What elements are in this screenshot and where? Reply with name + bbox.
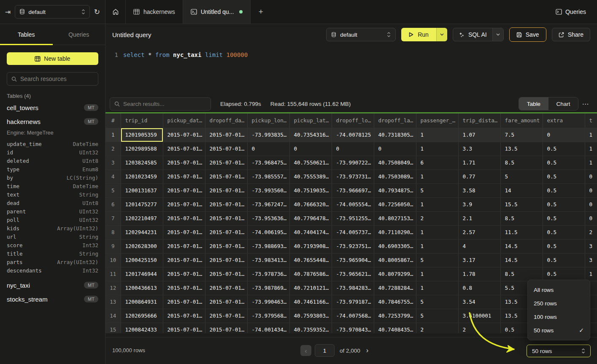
- table-cell[interactable]: 40.7404174…: [289, 225, 332, 239]
- table-cell[interactable]: 0.5: [543, 225, 585, 239]
- table-cell[interactable]: 2015-07-01…: [205, 225, 247, 239]
- table-cell[interactable]: 2: [458, 323, 500, 333]
- table-cell[interactable]: 40.7461166…: [289, 295, 332, 309]
- table-cell[interactable]: 2.1: [458, 211, 500, 225]
- table-cell[interactable]: -73.979187…: [332, 295, 374, 309]
- table-cell[interactable]: -74.0078125: [332, 128, 374, 142]
- table-cell[interactable]: 40.7359352…: [289, 323, 332, 333]
- header-database-selector[interactable]: default: [326, 28, 396, 41]
- table-cell[interactable]: 2015-07-01…: [205, 309, 247, 323]
- table-cell[interactable]: 14: [500, 183, 543, 197]
- queries-button[interactable]: Queries: [556, 0, 586, 24]
- table-cell[interactable]: 0: [585, 183, 597, 197]
- table-cell[interactable]: 40.7110290…: [374, 225, 416, 239]
- table-cell[interactable]: 5: [416, 309, 458, 323]
- page-size-menu-item[interactable]: All rows ✓: [528, 283, 590, 297]
- table-cell[interactable]: 40.7503089…: [374, 170, 416, 183]
- table-cell[interactable]: -73.923751…: [332, 239, 374, 253]
- table-cell[interactable]: 2.57: [458, 225, 500, 239]
- table-cell[interactable]: 1: [416, 142, 458, 156]
- table-cell[interactable]: 0.5: [543, 211, 585, 225]
- table-cell[interactable]: 1.07: [458, 128, 500, 142]
- table-cell[interactable]: 40.7846755…: [374, 295, 416, 309]
- table-cell[interactable]: 3.6100001: [458, 309, 500, 323]
- sidebar-item-stocks-stream[interactable]: stocks_stream MT: [7, 294, 98, 304]
- table-cell[interactable]: 40.7193908…: [289, 239, 332, 253]
- table-cell[interactable]: 40.7210121…: [289, 281, 332, 295]
- table-cell[interactable]: 1: [416, 267, 458, 281]
- column-header[interactable]: pickup_lon…: [247, 113, 289, 128]
- table-cell[interactable]: 40.7655448…: [289, 253, 332, 267]
- table-cell[interactable]: 2015-07-01…: [163, 128, 205, 142]
- page-size-menu-item[interactable]: 50 rows ✓: [528, 324, 590, 337]
- tab-hackernews[interactable]: hackernews: [126, 0, 183, 24]
- column-header[interactable]: pickup_dat…: [163, 113, 205, 128]
- search-resources-input[interactable]: [20, 75, 94, 82]
- sidebar-item-hackernews[interactable]: hackernews MT: [7, 117, 98, 126]
- table-cell[interactable]: -74.007568…: [332, 309, 374, 323]
- table-cell[interactable]: 2015-07-01…: [205, 253, 247, 267]
- previous-page-button[interactable]: ‹: [300, 345, 311, 356]
- page-size-menu-item[interactable]: 100 rows ✓: [528, 310, 590, 324]
- table-cell[interactable]: -73.978736…: [247, 267, 289, 281]
- page-number-input[interactable]: [315, 344, 335, 357]
- table-cell[interactable]: 5: [500, 170, 543, 183]
- sql-ai-options-button[interactable]: [492, 28, 503, 41]
- table-cell[interactable]: 1: [585, 156, 597, 170]
- new-table-button[interactable]: New table: [7, 52, 98, 65]
- table-cell[interactable]: -73.984283…: [332, 281, 374, 295]
- table-cell[interactable]: -73.987869…: [247, 281, 289, 295]
- table-cell[interactable]: 2015-07-01…: [205, 239, 247, 253]
- view-toggle-segment[interactable]: Chart: [548, 97, 578, 110]
- table-cell[interactable]: 40.7796478…: [289, 211, 332, 225]
- table-cell[interactable]: 0.77: [458, 170, 500, 183]
- table-cell[interactable]: 40.7555389…: [289, 170, 332, 183]
- table-cell[interactable]: -74.006195…: [247, 225, 289, 239]
- table-cell[interactable]: 2: [416, 211, 458, 225]
- table-cell[interactable]: 40.7508049…: [374, 156, 416, 170]
- table-cell[interactable]: 1: [416, 128, 458, 142]
- table-cell[interactable]: 2015-07-01…: [163, 281, 205, 295]
- table-cell[interactable]: 1203824585: [121, 156, 163, 170]
- table-cell[interactable]: 2015-07-01…: [163, 253, 205, 267]
- table-cell[interactable]: 3.58: [458, 183, 500, 197]
- table-cell[interactable]: 2015-07-01…: [163, 239, 205, 253]
- column-header[interactable]: dropoff_la…: [374, 113, 416, 128]
- table-cell[interactable]: 1202944231: [121, 225, 163, 239]
- table-cell[interactable]: 0: [289, 142, 332, 156]
- column-header[interactable]: passenger_…: [416, 113, 458, 128]
- table-cell[interactable]: 4: [458, 239, 500, 253]
- table-cell[interactable]: 8.5: [500, 211, 543, 225]
- table-cell[interactable]: 0.5: [543, 142, 585, 156]
- table-cell[interactable]: -73.983413…: [247, 253, 289, 267]
- column-header[interactable]: trip_id: [121, 113, 163, 128]
- table-cell[interactable]: 0.5: [543, 197, 585, 211]
- refresh-icon[interactable]: ↻: [94, 8, 100, 16]
- table-cell[interactable]: -73.970843…: [332, 323, 374, 333]
- table-cell[interactable]: 2015-07-01…: [163, 267, 205, 281]
- table-cell[interactable]: 14.5: [500, 253, 543, 267]
- table-cell[interactable]: 1202989588: [121, 142, 163, 156]
- table-cell[interactable]: 0: [374, 142, 416, 156]
- table-cell[interactable]: 1200842433: [121, 323, 163, 333]
- table-cell[interactable]: -73.967247…: [247, 197, 289, 211]
- page-size-select[interactable]: 50 rows: [527, 345, 591, 357]
- save-button[interactable]: Save: [509, 27, 546, 42]
- table-cell[interactable]: 2: [416, 323, 458, 333]
- table-cell[interactable]: 1201746944: [121, 267, 163, 281]
- table-cell[interactable]: 2: [585, 225, 597, 239]
- table-cell[interactable]: 0.5: [543, 253, 585, 267]
- more-options-icon[interactable]: ⋯: [578, 100, 593, 108]
- table-cell[interactable]: 0.8: [458, 281, 500, 295]
- table-cell[interactable]: 40.7550621…: [289, 156, 332, 170]
- table-cell[interactable]: 2015-07-01…: [163, 170, 205, 183]
- table-cell[interactable]: 7.5: [500, 128, 543, 142]
- table-cell[interactable]: 2015-07-01…: [163, 295, 205, 309]
- column-header[interactable]: t: [585, 113, 597, 128]
- table-cell[interactable]: 0.5: [543, 267, 585, 281]
- table-cell[interactable]: -73.985557…: [247, 170, 289, 183]
- table-cell[interactable]: 2015-07-01…: [205, 128, 247, 142]
- table-cell[interactable]: 5: [416, 295, 458, 309]
- table-cell[interactable]: -74.005554…: [332, 197, 374, 211]
- table-cell[interactable]: 3.54: [458, 295, 500, 309]
